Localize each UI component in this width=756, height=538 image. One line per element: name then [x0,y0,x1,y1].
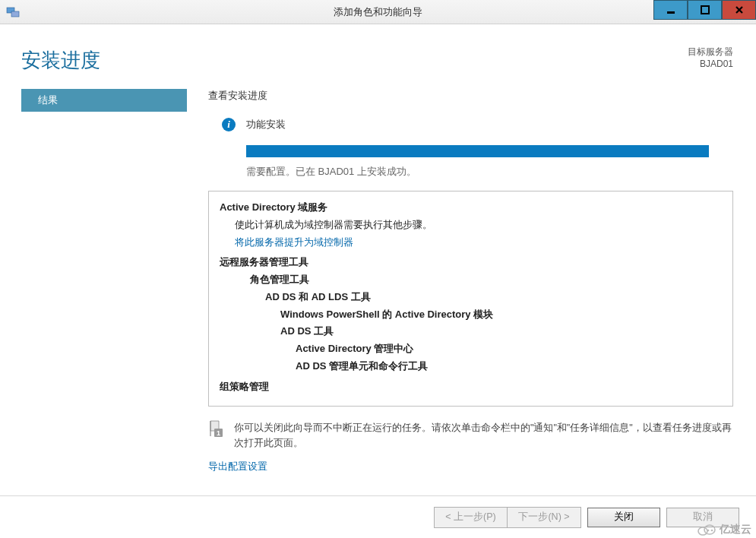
progress-bar [246,145,709,157]
result-ad-ds-tools: AD DS 工具 [280,323,722,340]
app-icon [6,5,20,19]
button-bar: < 上一步(P) 下一步(N) > 关闭 取消 [0,495,756,538]
wizard-sidebar: 结果 [21,89,187,484]
details-heading: 查看安装进度 [208,89,733,103]
export-config-link[interactable]: 导出配置设置 [208,460,267,473]
status-label: 功能安装 [246,118,286,131]
promote-dc-link[interactable]: 将此服务器提升为域控制器 [235,236,353,248]
results-box: Active Directory 域服务 使此计算机成为域控制器需要执行其他步骤… [208,191,733,407]
maximize-button[interactable] [688,0,722,20]
result-group-policy-mgmt: 组策略管理 [220,378,722,396]
footer-note: 1 你可以关闭此向导而不中断正在运行的任务。请依次单击命令栏中的"通知"和"任务… [208,420,733,451]
minimize-button[interactable] [653,0,688,20]
previous-button[interactable]: < 上一步(P) [435,508,508,527]
footer-note-text: 你可以关闭此向导而不中断正在运行的任务。请依次单击命令栏中的"通知"和"任务详细… [234,420,733,451]
result-ad-admin-center: Active Directory 管理中心 [296,340,722,358]
result-ad-ds-snapins: AD DS 管理单元和命令行工具 [296,358,722,375]
result-role-admin-tools: 角色管理工具 [250,271,722,289]
window-title: 添加角色和功能向导 [334,5,422,19]
result-ad-domain-services: Active Directory 域服务 [220,199,722,217]
nav-button-group: < 上一步(P) 下一步(N) > [434,507,581,528]
result-promote-desc: 使此计算机成为域控制器需要执行其他步骤。 [235,217,722,234]
svg-text:1: 1 [217,429,220,437]
svg-rect-3 [701,6,709,14]
details-panel: 查看安装进度 i 功能安装 需要配置。已在 BJAD01 上安装成功。 Acti… [187,89,735,484]
close-button[interactable]: 关闭 [587,508,660,527]
target-server-label: 目标服务器 [688,46,733,59]
content-area: 安装进度 目标服务器 BJAD01 结果 查看安装进度 i 功能安装 需要配置。… [0,24,756,495]
status-row: i 功能安装 [208,118,733,131]
flag-icon: 1 [208,420,226,437]
config-message: 需要配置。已在 BJAD01 上安装成功。 [246,165,733,179]
window-controls [653,0,756,20]
target-server-info: 目标服务器 BJAD01 [688,46,733,69]
next-button[interactable]: 下一步(N) > [508,508,580,527]
svg-rect-4 [210,421,210,436]
titlebar: 添加角色和功能向导 [0,0,756,24]
svg-rect-2 [667,11,675,14]
close-window-button[interactable] [722,0,756,20]
page-title: 安装进度 [21,47,735,74]
svg-rect-1 [11,11,19,17]
result-ad-ds-lds-tools: AD DS 和 AD LDS 工具 [265,289,722,306]
cancel-button[interactable]: 取消 [666,508,739,527]
target-server-name: BJAD01 [688,59,733,69]
result-powershell-module: Windows PowerShell 的 Active Directory 模块 [280,306,722,324]
main-body: 结果 查看安装进度 i 功能安装 需要配置。已在 BJAD01 上安装成功。 A… [21,89,735,484]
result-remote-admin-tools: 远程服务器管理工具 [220,254,722,271]
sidebar-step-results[interactable]: 结果 [21,89,187,112]
info-icon: i [222,118,236,131]
